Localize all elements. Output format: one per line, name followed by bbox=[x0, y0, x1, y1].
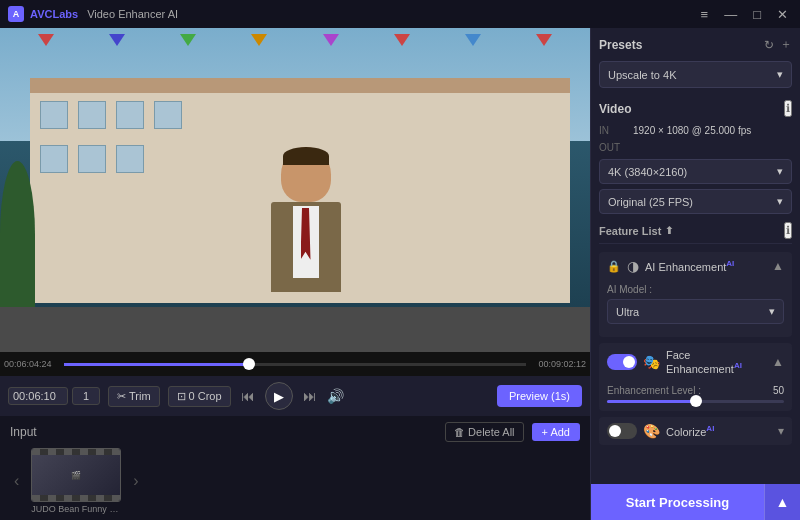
start-processing-button[interactable]: Start Processing bbox=[591, 484, 764, 520]
face-icon: 🎭 bbox=[643, 354, 660, 370]
char-hair bbox=[283, 147, 329, 165]
timeline[interactable]: 00:06:04:24 00:09:02:12 bbox=[0, 352, 590, 376]
ai-model-value: Ultra bbox=[616, 306, 639, 318]
preset-selected: Upscale to 4K bbox=[608, 69, 676, 81]
output-res-label: 4K (3840×2160) bbox=[608, 166, 687, 178]
feature-list-title: Feature List ⬆ bbox=[599, 225, 673, 237]
file-carousel: ‹ 🎬 JUDO Bean Funny Cli... › bbox=[10, 448, 580, 514]
current-time-input[interactable] bbox=[8, 387, 68, 405]
close-icon[interactable]: ✕ bbox=[773, 7, 792, 22]
logo-icon: A bbox=[8, 6, 24, 22]
ai-enhance-body: AI Model : Ultra ▾ bbox=[599, 280, 792, 337]
skip-back-button[interactable]: ⏮ bbox=[239, 386, 257, 406]
face-enhance-toggle[interactable] bbox=[607, 354, 637, 370]
menu-icon[interactable]: ≡ bbox=[697, 7, 713, 22]
toggle-thumb bbox=[623, 356, 635, 368]
feature-ai-enhancement-header: 🔒 ◑ AI EnhancementAI ▲ bbox=[599, 252, 792, 280]
carousel-next-button[interactable]: › bbox=[129, 468, 142, 494]
thumbnail-item[interactable]: 🎬 JUDO Bean Funny Cli... bbox=[31, 448, 121, 514]
dropdown-chevron-icon-2: ▾ bbox=[777, 165, 783, 178]
colorize-label: ColorizeAI bbox=[666, 424, 772, 438]
output-fps-label: Original (25 FPS) bbox=[608, 196, 693, 208]
window-7 bbox=[116, 145, 144, 173]
time-display bbox=[8, 387, 100, 405]
thumbnail-inner: 🎬 bbox=[32, 449, 120, 501]
window-1 bbox=[40, 101, 68, 129]
colorize-toggle[interactable] bbox=[607, 423, 637, 439]
timeline-progress bbox=[64, 363, 249, 366]
window-row-1 bbox=[30, 93, 570, 137]
window-controls: ≡ — □ ✕ bbox=[697, 7, 792, 22]
video-info-icon[interactable]: ℹ bbox=[784, 100, 792, 117]
trim-button[interactable]: ✂ Trim bbox=[108, 386, 160, 407]
ai-enhance-icon: ◑ bbox=[627, 258, 639, 274]
window-4 bbox=[154, 101, 182, 129]
video-in-row: IN 1920 × 1080 @ 25.000 fps bbox=[599, 125, 792, 136]
char-head bbox=[281, 147, 331, 202]
building-roof bbox=[30, 78, 570, 93]
flag-7 bbox=[465, 34, 481, 46]
thumbnail[interactable]: 🎬 bbox=[31, 448, 121, 502]
carousel-prev-button[interactable]: ‹ bbox=[10, 468, 23, 494]
add-button[interactable]: + Add bbox=[532, 423, 580, 441]
slider-thumb[interactable] bbox=[690, 395, 702, 407]
window-3 bbox=[116, 101, 144, 129]
thumbnail-strip-bottom bbox=[32, 495, 120, 501]
refresh-icon[interactable]: ↻ bbox=[764, 38, 774, 52]
bottom-right-bar: Start Processing ▲ bbox=[591, 484, 800, 520]
flag-4 bbox=[251, 34, 267, 46]
volume-button[interactable]: 🔊 bbox=[327, 388, 344, 404]
flag-3 bbox=[180, 34, 196, 46]
feature-info-icon[interactable]: ℹ bbox=[784, 222, 792, 239]
controls-bar: ✂ Trim ⊡ 0 Crop ⏮ ▶ ⏭ 🔊 Preview (1s) bbox=[0, 376, 590, 416]
feature-colorize-header: 🎨 ColorizeAI ▾ bbox=[599, 417, 792, 445]
bunting-line bbox=[10, 36, 580, 46]
enhancement-level-label: Enhancement Level : bbox=[607, 385, 701, 396]
timeline-bar[interactable] bbox=[64, 363, 526, 366]
left-panel: 00:06:04:24 00:09:02:12 ✂ Trim ⊡ bbox=[0, 28, 590, 520]
colorize-expand-btn[interactable]: ▾ bbox=[778, 424, 784, 438]
title-bar: A AVCLabs Video Enhancer AI ≡ — □ ✕ bbox=[0, 0, 800, 28]
delete-all-button[interactable]: 🗑 Delete All bbox=[445, 422, 524, 442]
char-tie bbox=[301, 208, 311, 260]
output-fps-dropdown[interactable]: Original (25 FPS) ▾ bbox=[599, 189, 792, 214]
video-settings-title: Video bbox=[599, 102, 631, 116]
frame-number-input[interactable] bbox=[72, 387, 100, 405]
ai-model-dropdown[interactable]: Ultra ▾ bbox=[607, 299, 784, 324]
ai-enhance-collapse-btn[interactable]: ▲ bbox=[772, 259, 784, 273]
flag-1 bbox=[38, 34, 54, 46]
crop-button[interactable]: ⊡ 0 Crop bbox=[168, 386, 231, 407]
play-button[interactable]: ▶ bbox=[265, 382, 293, 410]
main-layout: 00:06:04:24 00:09:02:12 ✂ Trim ⊡ bbox=[0, 28, 800, 520]
timeline-thumb[interactable] bbox=[243, 358, 255, 370]
add-preset-icon[interactable]: ＋ bbox=[780, 36, 792, 53]
output-resolution-dropdown[interactable]: 4K (3840×2160) ▾ bbox=[599, 159, 792, 184]
crop-icon: ⊡ bbox=[177, 390, 186, 403]
presets-header: Presets ↻ ＋ bbox=[599, 36, 792, 53]
face-enhance-collapse-btn[interactable]: ▲ bbox=[772, 355, 784, 369]
input-header: Input 🗑 Delete All + Add bbox=[10, 422, 580, 442]
timeline-end-time: 00:09:02:12 bbox=[538, 359, 586, 369]
minimize-icon[interactable]: — bbox=[720, 7, 741, 22]
scene-ground bbox=[0, 307, 590, 352]
video-section: IN 1920 × 1080 @ 25.000 fps OUT 4K (3840… bbox=[599, 125, 792, 214]
maximize-icon[interactable]: □ bbox=[749, 7, 765, 22]
start-processing-expand-button[interactable]: ▲ bbox=[764, 484, 800, 520]
video-scene bbox=[0, 28, 590, 352]
ai-enhance-label: AI EnhancementAI bbox=[645, 259, 766, 273]
preset-dropdown[interactable]: Upscale to 4K ▾ bbox=[599, 61, 792, 88]
app-logo: A AVCLabs Video Enhancer AI bbox=[8, 6, 178, 22]
dropdown-chevron-icon: ▾ bbox=[777, 68, 783, 81]
feature-ai-enhancement: 🔒 ◑ AI EnhancementAI ▲ AI Model : Ultra … bbox=[599, 252, 792, 337]
app-title: Video Enhancer AI bbox=[84, 8, 178, 20]
character bbox=[266, 147, 346, 307]
thumbnail-label: JUDO Bean Funny Cli... bbox=[31, 504, 121, 514]
preview-button[interactable]: Preview (1s) bbox=[497, 385, 582, 407]
enhancement-slider[interactable] bbox=[607, 400, 784, 403]
right-panel: Presets ↻ ＋ Upscale to 4K ▾ Video ℹ IN 1… bbox=[590, 28, 800, 520]
video-settings-header: Video ℹ bbox=[599, 100, 792, 117]
skip-forward-button[interactable]: ⏭ bbox=[301, 386, 319, 406]
char-body bbox=[271, 202, 341, 292]
video-preview bbox=[0, 28, 590, 352]
input-label: Input bbox=[10, 425, 37, 439]
